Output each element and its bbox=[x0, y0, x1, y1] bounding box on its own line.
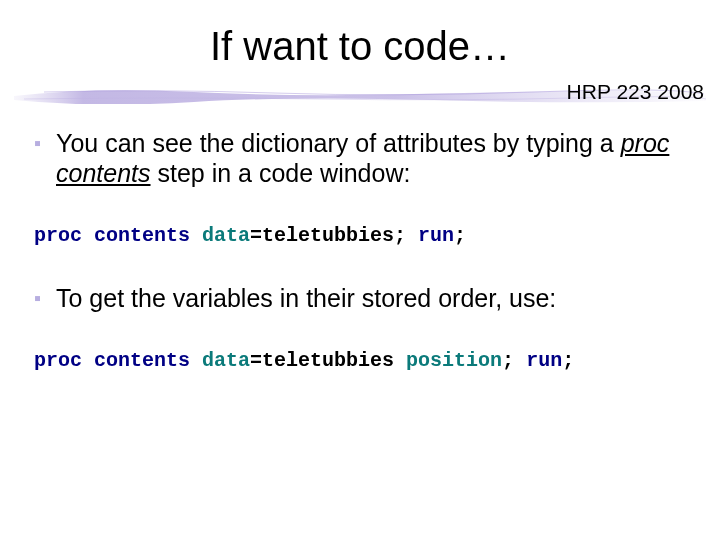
slide-title: If want to code… bbox=[0, 24, 720, 69]
code-option-position: position bbox=[406, 349, 502, 372]
bullet-item: ▪ To get the variables in their stored o… bbox=[34, 283, 696, 313]
code-keyword-contents: contents bbox=[94, 349, 202, 372]
bullet-text: You can see the dictionary of attributes… bbox=[56, 128, 696, 188]
slide: If want to code… HRP 223 2008 ▪ You can … bbox=[0, 0, 720, 540]
code-line-2: proc contents data=teletubbies position;… bbox=[34, 349, 696, 372]
bullet-item: ▪ You can see the dictionary of attribut… bbox=[34, 128, 696, 188]
code-option-data: data bbox=[202, 224, 250, 247]
code-text: ; bbox=[454, 224, 466, 247]
bullet-square-icon: ▪ bbox=[34, 283, 48, 313]
code-keyword-proc: proc bbox=[34, 224, 94, 247]
text-fragment: step in a code window: bbox=[151, 159, 411, 187]
code-option-data: data bbox=[202, 349, 250, 372]
code-text: ; bbox=[562, 349, 574, 372]
code-keyword-run: run bbox=[526, 349, 562, 372]
code-text: ; bbox=[502, 349, 526, 372]
code-keyword-run: run bbox=[418, 224, 454, 247]
course-tag: HRP 223 2008 bbox=[567, 80, 704, 104]
code-keyword-contents: contents bbox=[94, 224, 202, 247]
code-keyword-proc: proc bbox=[34, 349, 94, 372]
bullet-square-icon: ▪ bbox=[34, 128, 48, 158]
text-fragment: You can see the dictionary of attributes… bbox=[56, 129, 621, 157]
code-text: =teletubbies; bbox=[250, 224, 418, 247]
bullet-text: To get the variables in their stored ord… bbox=[56, 283, 696, 313]
code-text: =teletubbies bbox=[250, 349, 406, 372]
code-line-1: proc contents data=teletubbies; run; bbox=[34, 224, 696, 247]
slide-body: ▪ You can see the dictionary of attribut… bbox=[34, 128, 696, 408]
